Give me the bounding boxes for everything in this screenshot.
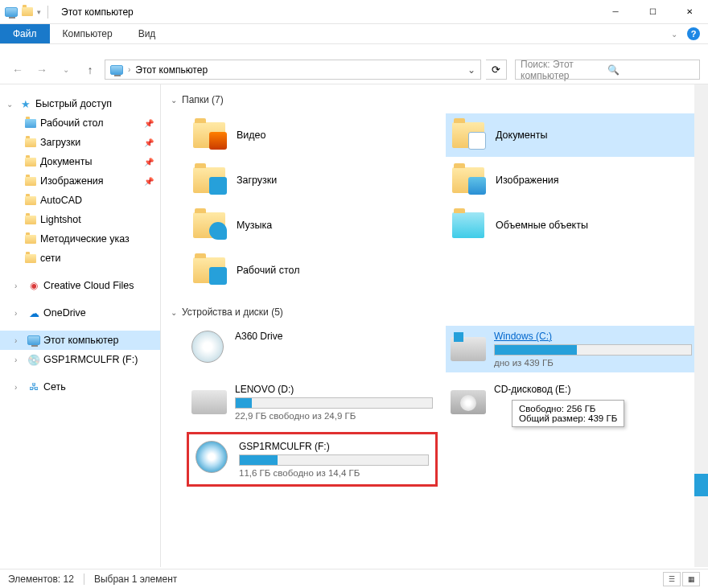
network-icon: 🖧 <box>27 380 40 393</box>
disc-icon: 💿 <box>27 353 40 366</box>
folder-item-videos[interactable]: Видео <box>187 113 438 157</box>
chevron-down-icon[interactable]: ⌄ <box>171 308 177 317</box>
chevron-right-icon[interactable]: › <box>14 336 24 345</box>
folder-item-pictures[interactable]: Изображения <box>446 158 697 202</box>
drive-item-a360[interactable]: A360 Drive <box>187 326 438 372</box>
tree-quick-access[interactable]: ⌄ ★ Быстрый доступ <box>0 94 160 113</box>
onedrive-icon: ☁ <box>27 306 40 319</box>
nav-row: ← → ⌄ ↑ › Этот компьютер ⌄ ⟳ Поиск: Этот… <box>0 56 708 84</box>
star-icon: ★ <box>19 97 32 110</box>
quick-folder-icon <box>21 6 34 19</box>
pin-icon: 📌 <box>144 119 154 128</box>
address-path: Этот компьютер <box>135 64 208 76</box>
search-icon: 🔍 <box>607 64 694 76</box>
forward-button[interactable]: → <box>32 60 51 80</box>
folder-icon <box>24 136 37 149</box>
folder-icon <box>190 161 228 199</box>
status-bar: Элементов: 12 Выбран 1 элемент ☰ ▦ <box>0 569 708 588</box>
chevron-right-icon[interactable]: › <box>14 282 24 290</box>
pin-icon: 📌 <box>144 138 154 147</box>
status-item-count: Элементов: 12 <box>8 574 74 585</box>
hdd-icon <box>451 331 486 366</box>
folder-icon <box>449 116 488 154</box>
minimize-button[interactable]: ─ <box>597 0 634 24</box>
tree-creative-cloud[interactable]: ›◉Creative Cloud Files <box>0 276 160 295</box>
folder-item-3dobjects[interactable]: Объемные объекты <box>446 204 697 247</box>
ribbon-tabs: Файл Компьютер Вид ⌄ ? <box>0 24 708 44</box>
ribbon-expand-icon[interactable]: ⌄ <box>671 30 677 39</box>
group-folders-header[interactable]: ⌄ Папки (7) <box>164 91 705 109</box>
address-chevron-icon[interactable]: ⌄ <box>467 64 475 76</box>
cc-icon: ◉ <box>27 279 40 292</box>
pin-icon: 📌 <box>144 158 154 167</box>
navigation-tree: ⌄ ★ Быстрый доступ Рабочий стол📌 Загрузк… <box>0 84 161 567</box>
folder-item-music[interactable]: Музыка <box>187 204 438 247</box>
tree-desktop[interactable]: Рабочий стол📌 <box>0 113 160 133</box>
help-icon[interactable]: ? <box>687 27 700 40</box>
folder-icon <box>24 175 37 187</box>
history-chevron-icon[interactable]: ⌄ <box>56 60 76 80</box>
tab-view[interactable]: Вид <box>126 24 169 43</box>
folder-icon <box>24 252 37 265</box>
drive-item-windows-c[interactable]: Windows (C:) дно из 439 ГБ <box>446 326 697 372</box>
vertical-scrollbar[interactable] <box>694 84 708 567</box>
up-button[interactable]: ↑ <box>80 60 100 80</box>
cloud-drive-icon <box>191 331 227 366</box>
folder-icon <box>24 194 37 207</box>
folder-item-documents[interactable]: Документы <box>446 113 697 157</box>
pin-icon: 📌 <box>144 177 154 186</box>
folder-item-downloads[interactable]: Загрузки <box>187 158 438 202</box>
tab-computer[interactable]: Компьютер <box>50 24 126 43</box>
window-title: Этот компьютер <box>61 6 134 18</box>
maximize-button[interactable]: ☐ <box>634 0 671 24</box>
folder-icon <box>449 161 488 199</box>
search-box[interactable]: Поиск: Этот компьютер 🔍 <box>515 60 700 80</box>
pc-system-icon <box>5 6 18 19</box>
tree-onedrive[interactable]: ›☁OneDrive <box>0 303 160 323</box>
content-area: ⌄ Папки (7) Видео Документы Загрузки Изо… <box>161 84 708 567</box>
highlighted-drive-box: GSP1RMCULFR (F:) 11,6 ГБ свободно из 14,… <box>187 432 438 487</box>
scrollbar-thumb[interactable] <box>694 474 708 496</box>
hdd-icon <box>191 384 227 419</box>
folder-icon <box>24 232 37 245</box>
folder-icon <box>190 251 228 290</box>
chevron-down-icon[interactable]: ⌄ <box>6 100 16 109</box>
tab-file[interactable]: Файл <box>0 24 50 43</box>
tree-seti[interactable]: сети <box>0 249 160 268</box>
address-bar[interactable]: › Этот компьютер ⌄ <box>105 60 481 80</box>
folder-icon <box>449 206 488 245</box>
refresh-button[interactable]: ⟳ <box>486 60 507 80</box>
titlebar: ▾ Этот компьютер ─ ☐ ✕ <box>0 0 708 24</box>
tree-pictures[interactable]: Изображения📌 <box>0 171 160 191</box>
folder-icon <box>24 155 37 168</box>
tree-method[interactable]: Методические указ <box>0 229 160 249</box>
chevron-right-icon[interactable]: › <box>14 383 24 392</box>
folder-icon <box>190 206 228 245</box>
folder-icon <box>190 116 228 154</box>
tree-this-pc[interactable]: ›Этот компьютер <box>0 331 160 350</box>
tree-lightshot[interactable]: Lightshot <box>0 210 160 229</box>
search-placeholder: Поиск: Этот компьютер <box>521 59 607 81</box>
tree-network[interactable]: ›🖧Сеть <box>0 377 160 397</box>
tree-documents[interactable]: Документы📌 <box>0 152 160 171</box>
close-button[interactable]: ✕ <box>671 0 708 24</box>
chevron-down-icon[interactable]: ⌄ <box>171 96 177 105</box>
drive-item-gsp-f[interactable]: GSP1RMCULFR (F:) 11,6 ГБ свободно из 14,… <box>191 436 434 483</box>
tree-autocad[interactable]: AutoCAD <box>0 191 160 210</box>
view-icons-button[interactable]: ▦ <box>682 572 700 586</box>
disc-drive-icon <box>196 441 231 476</box>
chevron-right-icon[interactable]: › <box>14 309 24 318</box>
drive-tooltip: Свободно: 256 ГБ Общий размер: 439 ГБ <box>512 400 624 427</box>
back-button[interactable]: ← <box>8 60 27 80</box>
view-details-button[interactable]: ☰ <box>663 572 681 586</box>
drive-item-lenovo-d[interactable]: LENOVO (D:) 22,9 ГБ свободно из 24,9 ГБ <box>187 379 438 426</box>
pc-icon <box>27 334 40 347</box>
folder-icon <box>24 213 37 226</box>
chevron-right-icon[interactable]: › <box>14 356 24 364</box>
folder-item-desktop[interactable]: Рабочий стол <box>187 249 438 292</box>
tree-drive-f[interactable]: ›💿GSP1RMCULFR (F:) <box>0 350 160 369</box>
tree-downloads[interactable]: Загрузки📌 <box>0 133 160 152</box>
qat-chevron-icon[interactable]: ▾ <box>37 8 41 16</box>
cd-drive-icon <box>451 384 486 419</box>
group-devices-header[interactable]: ⌄ Устройства и диски (5) <box>164 303 705 321</box>
